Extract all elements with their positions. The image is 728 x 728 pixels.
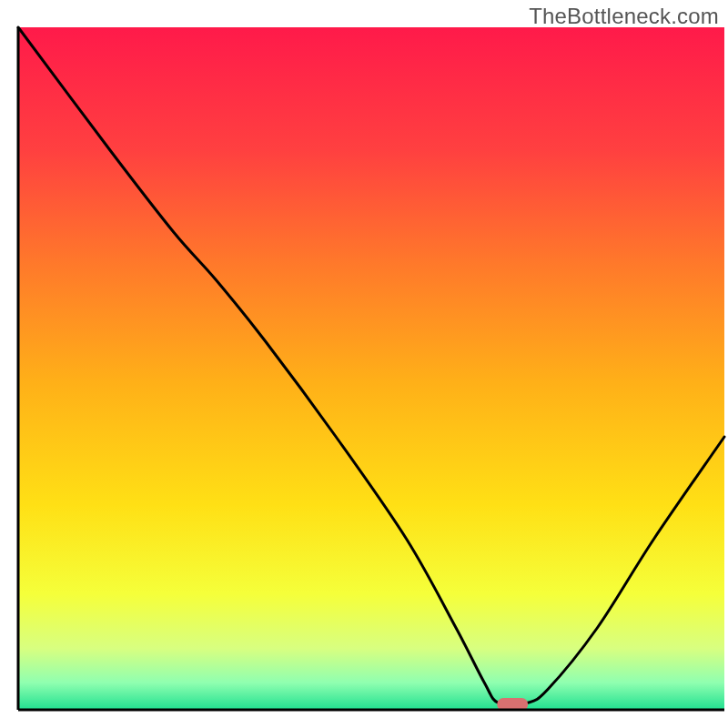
- bottleneck-chart: TheBottleneck.com: [0, 0, 728, 728]
- chart-svg: [0, 0, 728, 728]
- chart-background: [18, 27, 724, 710]
- watermark-text: TheBottleneck.com: [529, 4, 719, 29]
